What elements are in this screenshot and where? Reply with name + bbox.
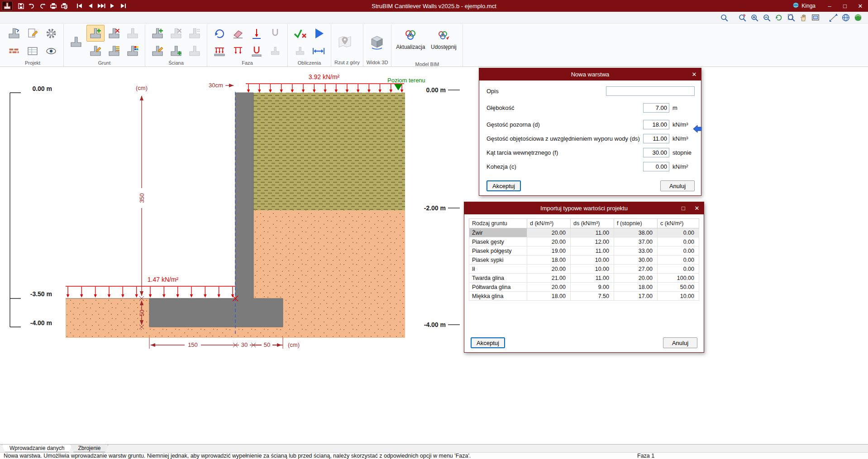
add-strip-load-button[interactable] <box>210 43 229 59</box>
soil-value-cell[interactable]: 33.00 <box>614 246 658 256</box>
soil-name-cell[interactable]: Piasek gęsty <box>469 237 527 246</box>
soil-value-cell[interactable]: 20.00 <box>527 265 571 274</box>
tab-wprowadzanie-danych[interactable]: Wprowadzanie danych <box>2 445 72 452</box>
soil-value-cell[interactable]: 0.00 <box>658 256 699 265</box>
soil-value-cell[interactable]: 18.00 <box>527 256 571 265</box>
edit-layer-button[interactable] <box>86 43 105 59</box>
fullscreen-button[interactable] <box>810 13 821 23</box>
move-load-button[interactable] <box>248 25 266 42</box>
soil-value-cell[interactable]: 27.00 <box>614 265 658 274</box>
soil-value-cell[interactable]: 30.00 <box>614 256 658 265</box>
soil-value-cell[interactable]: 11.00 <box>571 274 614 283</box>
soil-value-cell[interactable]: 0.00 <box>658 265 699 274</box>
dialog-new-layer-titlebar[interactable]: Nowa warstwa ✕ <box>479 68 701 80</box>
close-icon[interactable]: ✕ <box>690 202 704 214</box>
edit-wall-button[interactable] <box>148 43 167 59</box>
fit-span-button[interactable] <box>310 43 328 59</box>
delete-wall-disabled-button[interactable] <box>167 25 185 42</box>
app-icon[interactable] <box>2 1 13 11</box>
search-button[interactable] <box>719 13 730 23</box>
soil-name-cell[interactable]: Ił <box>469 265 527 274</box>
zoom-dynamic-button[interactable] <box>737 13 748 23</box>
soil-name-cell[interactable]: Piasek sypki <box>469 256 527 265</box>
run-calculation-button[interactable] <box>310 25 328 42</box>
check-calculation-button[interactable] <box>291 25 309 42</box>
delete-layer-button[interactable] <box>105 25 123 42</box>
edit-project-button[interactable] <box>24 25 42 42</box>
web-button[interactable] <box>840 13 851 23</box>
glebokosc-input[interactable] <box>643 103 669 113</box>
nav-prev-button[interactable] <box>85 0 96 11</box>
soil-value-cell[interactable]: 50.00 <box>658 283 699 292</box>
opis-input[interactable] <box>606 86 695 96</box>
soil-value-cell[interactable]: 12.00 <box>571 237 614 246</box>
maximize-icon[interactable]: □ <box>677 202 690 214</box>
table-row[interactable]: Piasek gęsty20.0012.0037.000.00 <box>469 237 699 246</box>
soil-value-cell[interactable]: 18.00 <box>614 283 658 292</box>
soil-base-button[interactable] <box>67 25 85 59</box>
save-button[interactable] <box>15 0 26 11</box>
general-data-button[interactable] <box>5 25 23 42</box>
soil-value-cell[interactable]: 0.00 <box>658 237 699 246</box>
dialog-import-titlebar[interactable]: Importuj typowe wartości projektu □ ✕ <box>464 202 704 214</box>
settings-button[interactable] <box>42 25 60 42</box>
layer-colors-button[interactable] <box>124 43 142 59</box>
print-preview-button[interactable] <box>59 0 70 11</box>
wall-detail-disabled-button[interactable] <box>186 43 204 59</box>
soil-name-cell[interactable]: Piasek półgęsty <box>469 246 527 256</box>
soil-name-cell[interactable]: Twarda glina <box>469 274 527 283</box>
pan-button[interactable] <box>798 13 809 23</box>
add-wall-button[interactable] <box>148 25 167 42</box>
close-icon[interactable]: ✕ <box>687 68 701 80</box>
help-button[interactable] <box>853 13 863 23</box>
close-button[interactable]: ✕ <box>853 0 868 12</box>
cancel-button[interactable]: Anuluj <box>660 180 695 191</box>
soil-value-cell[interactable]: 0.00 <box>658 228 699 237</box>
soil-value-cell[interactable]: 11.00 <box>571 228 614 237</box>
add-load-button[interactable] <box>229 43 247 59</box>
soil-value-cell[interactable]: 10.00 <box>658 292 699 301</box>
soil-name-cell[interactable]: Miękka glina <box>469 292 527 301</box>
soil-value-cell[interactable]: 7.50 <box>571 292 614 301</box>
measure-button[interactable] <box>828 13 839 23</box>
undo-button[interactable] <box>26 0 37 11</box>
soil-value-cell[interactable]: 100.00 <box>658 274 699 283</box>
bim-share-button[interactable]: Udostępnij <box>428 25 459 61</box>
maximize-button[interactable]: □ <box>837 0 853 12</box>
soil-value-cell[interactable]: 18.00 <box>527 292 571 301</box>
add-layer-button[interactable] <box>86 25 105 42</box>
soil-value-cell[interactable]: 0.00 <box>658 246 699 256</box>
zoom-window-button[interactable] <box>749 13 760 23</box>
nav-last-button[interactable] <box>118 0 129 11</box>
materials-button[interactable] <box>5 43 23 59</box>
zoom-sheet-button[interactable] <box>786 13 796 23</box>
minimize-button[interactable]: – <box>822 0 837 12</box>
table-row[interactable]: Piasek półgęsty19.0011.0033.000.00 <box>469 246 699 256</box>
tab-zbrojenie[interactable]: Zbrojenie <box>70 445 108 452</box>
soil-value-cell[interactable]: 17.00 <box>614 292 658 301</box>
erase-load-button[interactable] <box>229 25 247 42</box>
phase-rotate-button[interactable] <box>210 25 229 42</box>
soil-value-cell[interactable]: 10.00 <box>571 256 614 265</box>
tables-button[interactable] <box>24 43 42 59</box>
redo-button[interactable] <box>37 0 48 11</box>
top-view-button[interactable] <box>334 25 355 59</box>
nav-next-button[interactable] <box>107 0 118 11</box>
soil-value-cell[interactable]: 38.00 <box>614 228 658 237</box>
table-row[interactable]: Żwir20.0011.0038.000.00 <box>469 228 699 237</box>
table-row[interactable]: Piasek sypki18.0010.0030.000.00 <box>469 256 699 265</box>
soil-value-cell[interactable]: 21.00 <box>527 274 571 283</box>
view-options-button[interactable] <box>42 43 60 59</box>
bim-update-button[interactable]: Aktualizacja <box>395 25 426 61</box>
redraw-button[interactable] <box>773 13 784 23</box>
calc-wall-disabled-button[interactable] <box>291 43 309 59</box>
table-row[interactable]: Półtwarda glina20.009.0018.0050.00 <box>469 283 699 292</box>
kohezja-input[interactable] <box>643 162 669 171</box>
table-row[interactable]: Miękka glina18.007.5017.0010.00 <box>469 292 699 301</box>
user-name[interactable]: Kinga <box>801 3 816 9</box>
nav-first-button[interactable] <box>74 0 85 11</box>
table-row[interactable]: Twarda glina21.0011.0020.00100.00 <box>469 274 699 283</box>
soil-value-cell[interactable]: 20.00 <box>527 283 571 292</box>
zoom-out-button[interactable] <box>761 13 772 23</box>
fill-layer-button[interactable] <box>105 43 123 59</box>
